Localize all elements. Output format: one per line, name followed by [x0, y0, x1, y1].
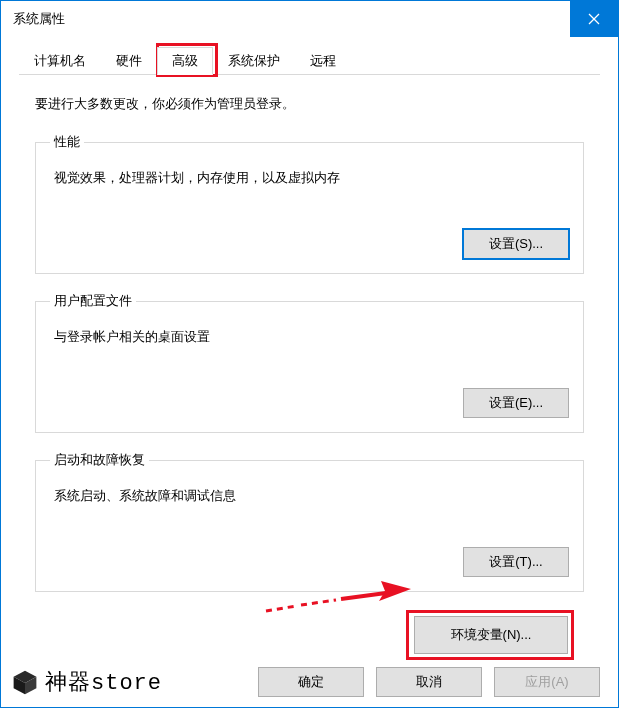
tab-hardware[interactable]: 硬件 [101, 47, 157, 74]
window-title: 系统属性 [13, 10, 65, 28]
tab-panel-advanced: 要进行大多数更改，你必须作为管理员登录。 性能 视觉效果，处理器计划，内存使用，… [19, 75, 600, 664]
dialog-button-bar: 确定 取消 应用(A) [258, 667, 600, 697]
ok-button[interactable]: 确定 [258, 667, 364, 697]
group-user-profiles-legend: 用户配置文件 [50, 292, 136, 310]
system-properties-window: 系统属性 计算机名 硬件 高级 系统保护 远程 要进行大多数更改，你必须作为管理… [0, 0, 619, 708]
group-startup-recovery-legend: 启动和故障恢复 [50, 451, 149, 469]
cancel-button[interactable]: 取消 [376, 667, 482, 697]
group-performance-desc: 视觉效果，处理器计划，内存使用，以及虚拟内存 [54, 169, 569, 187]
tab-system-protection[interactable]: 系统保护 [213, 47, 295, 74]
close-button[interactable] [570, 1, 618, 37]
startup-settings-button[interactable]: 设置(T)... [463, 547, 569, 577]
group-user-profiles-desc: 与登录帐户相关的桌面设置 [54, 328, 569, 346]
watermark-text-en: store [91, 671, 162, 696]
watermark-cube-icon [11, 668, 39, 696]
tab-remote[interactable]: 远程 [295, 47, 351, 74]
group-performance: 性能 视觉效果，处理器计划，内存使用，以及虚拟内存 设置(S)... [35, 133, 584, 274]
group-startup-recovery: 启动和故障恢复 系统启动、系统故障和调试信息 设置(T)... [35, 451, 584, 592]
tab-computer-name[interactable]: 计算机名 [19, 47, 101, 74]
admin-notice-text: 要进行大多数更改，你必须作为管理员登录。 [35, 95, 584, 113]
tab-advanced[interactable]: 高级 [157, 47, 213, 75]
env-button-row: 环境变量(N)... [35, 610, 584, 654]
content-area: 计算机名 硬件 高级 系统保护 远程 要进行大多数更改，你必须作为管理员登录。 … [1, 37, 618, 664]
group-user-profiles: 用户配置文件 与登录帐户相关的桌面设置 设置(E)... [35, 292, 584, 433]
group-performance-legend: 性能 [50, 133, 84, 151]
profiles-settings-button[interactable]: 设置(E)... [463, 388, 569, 418]
environment-variables-button[interactable]: 环境变量(N)... [414, 616, 568, 654]
close-icon [588, 13, 600, 25]
tab-strip: 计算机名 硬件 高级 系统保护 远程 [19, 47, 600, 75]
performance-settings-button[interactable]: 设置(S)... [463, 229, 569, 259]
watermark-text-cn: 神器 [45, 669, 91, 694]
titlebar: 系统属性 [1, 1, 618, 37]
watermark-text: 神器store [45, 667, 162, 697]
watermark: 神器store [11, 667, 162, 697]
group-startup-recovery-desc: 系统启动、系统故障和调试信息 [54, 487, 569, 505]
apply-button[interactable]: 应用(A) [494, 667, 600, 697]
